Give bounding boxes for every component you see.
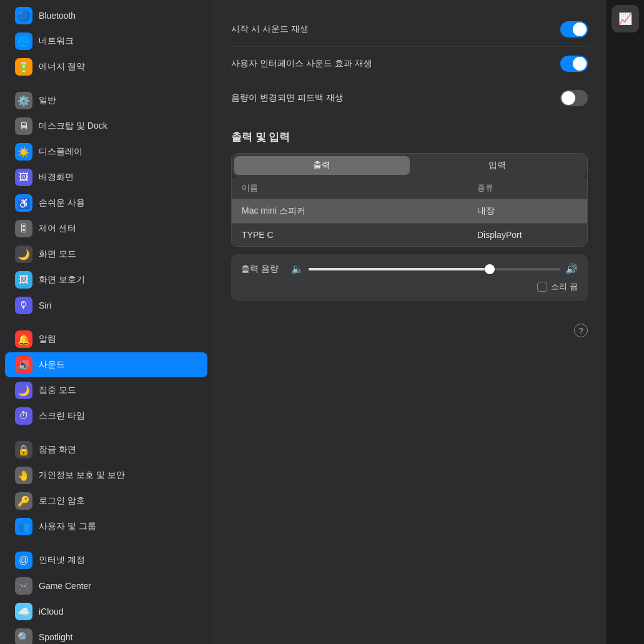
toggle-row-feedback: 음량이 변경되면 피드백 재생 — [231, 81, 588, 115]
gamecenter-icon: 🎮 — [15, 577, 32, 595]
toggle-row-startup: 시작 시 사운드 재생 — [231, 12, 588, 47]
mute-label: 소리 끔 — [551, 281, 578, 292]
sidebar-label-siri: Siri — [39, 300, 51, 310]
slider-fill — [309, 268, 490, 270]
toggle-label-ui: 사용자 인터페이스 사운드 효과 재생 — [231, 58, 372, 69]
header-name: 이름 — [242, 182, 477, 194]
sidebar-item-bluetooth[interactable]: 🔵Bluetooth — [5, 3, 207, 28]
siri-icon: 🎙 — [15, 297, 32, 314]
privacy-icon: 🤚 — [15, 467, 32, 484]
table-header: 이름 종류 — [232, 177, 587, 199]
volume-label: 출력 음량 — [241, 264, 291, 275]
sidebar-label-wallpaper: 배경화면 — [39, 172, 74, 183]
toggle-label-feedback: 음량이 변경되면 피드백 재생 — [231, 92, 344, 104]
sidebar-item-login[interactable]: 🔑로그인 암호 — [5, 488, 207, 513]
sidebar-item-network[interactable]: 🌐네트워크 — [5, 29, 207, 54]
sidebar-item-focus[interactable]: 🌙집중 모드 — [5, 378, 207, 403]
help-button[interactable]: ? — [574, 324, 588, 337]
display-icon: ☀️ — [15, 143, 32, 161]
sidebar-item-accessibility[interactable]: ♿손쉬운 사용 — [5, 191, 207, 215]
cell-type-c-type: DisplayPort — [477, 230, 577, 240]
sidebar-item-desktop[interactable]: 🖥데스크탑 및 Dock — [5, 114, 207, 139]
toggle-label-startup: 시작 시 사운드 재생 — [231, 24, 309, 35]
sidebar-item-wallpaper[interactable]: 🖼배경화면 — [5, 165, 207, 190]
sidebar-label-desktop: 데스크탑 및 Dock — [39, 121, 107, 132]
sidebar-label-network: 네트워크 — [39, 36, 74, 47]
sidebar-label-spotlight: Spotlight — [39, 632, 72, 642]
sidebar-item-privacy[interactable]: 🤚개인정보 보호 및 보안 — [5, 463, 207, 488]
sidebar-label-notification: 알림 — [39, 334, 56, 345]
sidebar-label-users: 사용자 및 그룹 — [39, 521, 96, 532]
volume-section: 출력 음량 🔈 🔊 소리 끔 — [231, 254, 588, 301]
users-icon: 👥 — [15, 518, 32, 535]
sidebar-separator-1 — [0, 319, 212, 326]
icloud-icon: ☁️ — [15, 603, 32, 620]
sidebar-item-energy[interactable]: 🔋에너지 절약 — [5, 54, 207, 79]
screentime-icon: ⏱ — [15, 407, 32, 425]
toggle-feedback[interactable] — [560, 90, 588, 106]
sidebar-label-screensaver: 화면 보호기 — [39, 274, 85, 285]
table-row-type-c[interactable]: TYPE C DisplayPort — [232, 224, 587, 246]
sidebar-label-gamecenter: Game Center — [39, 581, 91, 591]
sidebar-item-users[interactable]: 👥사용자 및 그룹 — [5, 514, 207, 539]
sidebar-item-icloud[interactable]: ☁️iCloud — [5, 599, 207, 624]
right-panel-icon-chart: 📈 — [612, 5, 639, 32]
sidebar-item-sound[interactable]: 🔊사운드 — [5, 352, 207, 377]
sidebar-item-spotlight[interactable]: 🔍Spotlight — [5, 625, 207, 644]
sidebar-label-screenmode: 화면 모드 — [39, 249, 76, 260]
notification-icon: 🔔 — [15, 330, 32, 348]
cell-mac-mini-name: Mac mini 스피커 — [242, 206, 477, 217]
screensaver-icon: 🖼 — [15, 271, 32, 289]
sidebar-item-display[interactable]: ☀️디스플레이 — [5, 139, 207, 164]
sidebar-label-privacy: 개인정보 보호 및 보안 — [39, 470, 125, 481]
volume-slider[interactable] — [309, 268, 560, 270]
bluetooth-icon: 🔵 — [15, 7, 32, 24]
sound-icon: 🔊 — [15, 356, 32, 374]
network-icon: 🌐 — [15, 32, 32, 50]
slider-thumb — [485, 264, 495, 274]
sidebar-item-internet[interactable]: @인터넷 계정 — [5, 548, 207, 573]
sidebar-label-accessibility: 손쉬운 사용 — [39, 197, 85, 209]
general-icon: ⚙️ — [15, 92, 32, 109]
sidebar-label-icloud: iCloud — [39, 607, 64, 617]
sidebar-label-bluetooth: Bluetooth — [39, 11, 76, 21]
sidebar-label-general: 일반 — [39, 95, 56, 106]
sidebar-label-display: 디스플레이 — [39, 146, 82, 157]
sidebar-item-screensaver[interactable]: 🖼화면 보호기 — [5, 267, 207, 292]
right-panel: 📈 — [607, 0, 644, 644]
sidebar: 🔵Bluetooth🌐네트워크🔋에너지 절약⚙️일반🖥데스크탑 및 Dock☀️… — [0, 0, 212, 644]
tab-input[interactable]: 입력 — [410, 156, 585, 175]
table-row-mac-mini[interactable]: Mac mini 스피커 내장 — [232, 199, 587, 224]
mute-row: 소리 끔 — [241, 281, 578, 292]
toggle-ui[interactable] — [560, 56, 588, 72]
desktop-icon: 🖥 — [15, 117, 32, 135]
sidebar-item-siri[interactable]: 🎙Siri — [5, 293, 207, 318]
sidebar-item-notification[interactable]: 🔔알림 — [5, 327, 207, 352]
control-icon: 🎛 — [15, 220, 32, 237]
internet-icon: @ — [15, 552, 32, 569]
login-icon: 🔑 — [15, 492, 32, 510]
sidebar-separator-2 — [0, 429, 212, 437]
sidebar-item-lockscreen[interactable]: 🔒잠금 화면 — [5, 437, 207, 462]
sidebar-item-screenmode[interactable]: 🌙화면 모드 — [5, 242, 207, 267]
toggle-startup[interactable] — [560, 21, 588, 37]
sidebar-item-general[interactable]: ⚙️일반 — [5, 88, 207, 113]
sidebar-item-screentime[interactable]: ⏱스크린 타임 — [5, 404, 207, 429]
screenmode-icon: 🌙 — [15, 245, 32, 263]
sidebar-label-screentime: 스크린 타임 — [39, 410, 85, 422]
cell-mac-mini-type: 내장 — [477, 206, 577, 217]
sidebar-item-control[interactable]: 🎛제어 센터 — [5, 216, 207, 241]
volume-row: 출력 음량 🔈 🔊 — [241, 263, 578, 275]
tabs-container: 출력 입력 — [232, 154, 587, 177]
sidebar-label-control: 제어 센터 — [39, 223, 76, 234]
sidebar-label-lockscreen: 잠금 화면 — [39, 444, 76, 455]
sidebar-label-internet: 인터넷 계정 — [39, 555, 85, 566]
accessibility-icon: ♿ — [15, 194, 32, 212]
mute-checkbox[interactable] — [537, 282, 547, 292]
sidebar-label-energy: 에너지 절약 — [39, 61, 85, 72]
sidebar-item-gamecenter[interactable]: 🎮Game Center — [5, 573, 207, 598]
sidebar-label-login: 로그인 암호 — [39, 495, 85, 507]
tab-output[interactable]: 출력 — [234, 156, 410, 175]
focus-icon: 🌙 — [15, 382, 32, 399]
spotlight-icon: 🔍 — [15, 628, 32, 644]
